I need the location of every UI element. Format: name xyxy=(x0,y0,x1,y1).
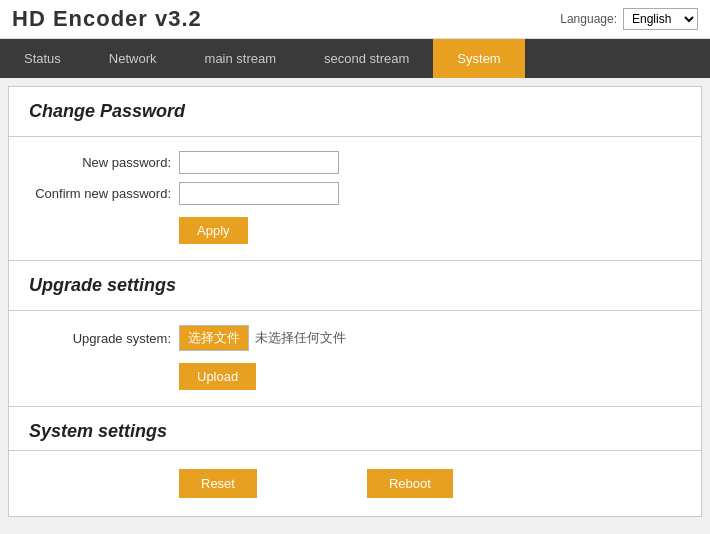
new-password-input[interactable] xyxy=(179,151,339,174)
nav-item-status[interactable]: Status xyxy=(0,39,85,78)
main-content: Change Password New password: Confirm ne… xyxy=(8,86,702,517)
nav-item-main-stream[interactable]: main stream xyxy=(181,39,301,78)
choose-file-button[interactable]: 选择文件 xyxy=(179,325,249,351)
new-password-label: New password: xyxy=(29,155,179,170)
file-input-area: 选择文件 未选择任何文件 xyxy=(179,325,346,351)
header: HD Encoder v3.2 Language: English Chines… xyxy=(0,0,710,39)
system-btn-area: Reset Reboot xyxy=(9,451,701,516)
confirm-password-row: Confirm new password: xyxy=(29,182,681,205)
language-bar: Language: English Chinese xyxy=(560,8,698,30)
upgrade-settings-section: Upgrade settings xyxy=(9,261,701,311)
language-label: Language: xyxy=(560,12,617,26)
app-title: HD Encoder v3.2 xyxy=(12,6,202,32)
nav-item-second-stream[interactable]: second stream xyxy=(300,39,433,78)
change-password-title: Change Password xyxy=(29,101,185,121)
system-settings-section: System settings xyxy=(9,407,701,451)
system-settings-title: System settings xyxy=(29,421,167,441)
upload-button[interactable]: Upload xyxy=(179,363,256,390)
change-password-form: New password: Confirm new password: Appl… xyxy=(9,137,701,261)
no-file-selected-text: 未选择任何文件 xyxy=(255,329,346,347)
reset-button[interactable]: Reset xyxy=(179,469,257,498)
nav: Status Network main stream second stream… xyxy=(0,39,710,78)
new-password-row: New password: xyxy=(29,151,681,174)
confirm-password-input[interactable] xyxy=(179,182,339,205)
upgrade-system-label: Upgrade system: xyxy=(29,331,179,346)
upgrade-area: Upgrade system: 选择文件 未选择任何文件 Upload xyxy=(9,311,701,407)
nav-item-system[interactable]: System xyxy=(433,39,524,78)
change-password-section: Change Password xyxy=(9,87,701,137)
confirm-password-label: Confirm new password: xyxy=(29,186,179,201)
reboot-button[interactable]: Reboot xyxy=(367,469,453,498)
upgrade-system-row: Upgrade system: 选择文件 未选择任何文件 xyxy=(29,325,681,351)
nav-item-network[interactable]: Network xyxy=(85,39,181,78)
upgrade-settings-title: Upgrade settings xyxy=(29,275,176,295)
language-select[interactable]: English Chinese xyxy=(623,8,698,30)
apply-button[interactable]: Apply xyxy=(179,217,248,244)
